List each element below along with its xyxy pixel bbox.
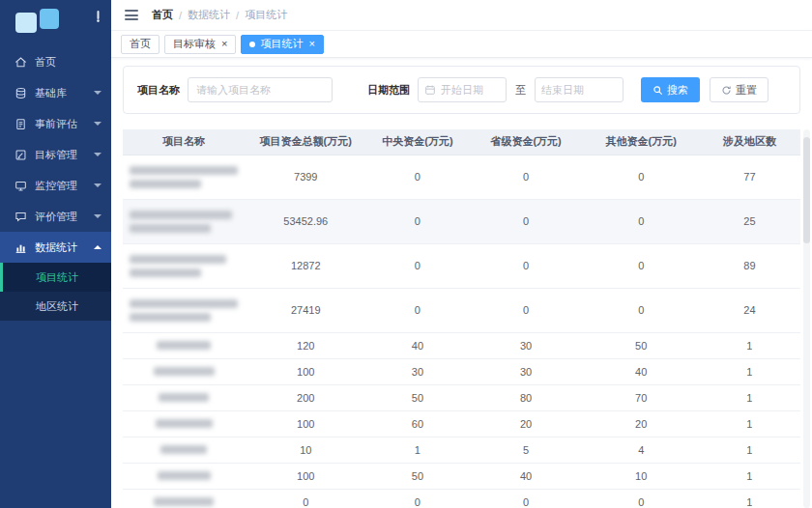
reset-button[interactable]: 重置 [710, 77, 768, 102]
redacted-project-name [124, 393, 244, 402]
cell-provincial-funds: 30 [468, 332, 583, 358]
close-icon[interactable]: × [221, 39, 227, 49]
redacted-text-bar [154, 367, 215, 376]
table-body: 73990007753452.9600025128720008927419000… [123, 155, 800, 508]
chevron-down-icon [94, 214, 102, 222]
project-name-input[interactable] [188, 77, 333, 102]
chevron-down-icon [94, 153, 102, 160]
cell-region-count: 1 [699, 384, 800, 410]
calendar-icon [424, 84, 436, 96]
sidebar-item-monitor-management[interactable]: 监控管理 [0, 170, 111, 201]
chevron-down-icon [94, 183, 102, 191]
cell-other-funds: 0 [584, 489, 699, 508]
cell-region-count: 1 [699, 358, 800, 384]
sidebar-item-pre-assessment[interactable]: 事前评估 [0, 108, 111, 139]
close-icon[interactable]: × [308, 39, 314, 49]
cell-central-funds: 0 [366, 155, 468, 199]
table-row[interactable]: 2741900024 [123, 288, 800, 332]
table-row[interactable]: 101541 [123, 437, 800, 463]
table-row[interactable]: 1005040101 [123, 463, 800, 489]
chart-icon [14, 240, 27, 254]
col-other-funds: 其他资金(万元) [584, 129, 699, 155]
table-row[interactable]: 739900077 [123, 155, 800, 199]
cell-project-name [123, 288, 245, 332]
start-date-placeholder: 开始日期 [441, 83, 483, 98]
redacted-project-name [124, 341, 244, 350]
redacted-text-bar [130, 255, 226, 264]
cell-total-funds: 12872 [245, 243, 366, 288]
scrollbar-thumb[interactable] [803, 137, 810, 243]
redacted-project-name [124, 419, 244, 428]
sidebar-item-label: 数据统计 [35, 240, 77, 255]
cell-central-funds: 60 [366, 410, 468, 437]
redacted-text-bar [130, 268, 201, 277]
cell-total-funds: 0 [245, 489, 366, 508]
breadcrumb-item[interactable]: 首页 [152, 8, 173, 22]
tab-home[interactable]: 首页 [121, 35, 160, 54]
redacted-text-bar [158, 471, 211, 480]
cell-project-name [123, 243, 245, 288]
refresh-icon [721, 85, 732, 96]
cell-project-name [123, 332, 245, 358]
cell-central-funds: 0 [366, 288, 468, 332]
table-row[interactable]: 1204030501 [123, 332, 800, 358]
sidebar-item-label: 基础库 [35, 86, 67, 100]
redacted-text-bar [159, 393, 209, 402]
start-date-input[interactable]: 开始日期 [418, 77, 507, 102]
redacted-project-name [124, 211, 244, 233]
cell-total-funds: 27419 [245, 288, 366, 332]
redacted-project-name [124, 367, 244, 376]
cell-other-funds: 4 [584, 437, 699, 463]
pin-icon[interactable] [94, 11, 102, 25]
menu-fold-icon[interactable] [123, 6, 140, 25]
sidebar-item-base-library[interactable]: 基础库 [0, 77, 111, 108]
cell-provincial-funds: 0 [468, 243, 583, 288]
breadcrumb-separator: / [179, 10, 182, 21]
tab-project-statistics[interactable]: 项目统计× [241, 35, 323, 54]
table-row[interactable]: 00001 [123, 489, 800, 508]
table-row[interactable]: 1003030401 [123, 358, 800, 384]
redacted-text-bar [130, 211, 232, 219]
redacted-project-name [124, 497, 244, 506]
end-date-input[interactable]: 结束日期 [535, 77, 624, 102]
tab-target-review[interactable]: 目标审核× [164, 35, 236, 54]
sidebar-item-target-management[interactable]: 目标管理 [0, 139, 111, 170]
cell-central-funds: 1 [366, 437, 468, 463]
col-central-funds: 中央资金(万元) [366, 129, 468, 155]
redacted-text-bar [157, 341, 211, 350]
sidebar-item-home[interactable]: 首页 [0, 46, 111, 77]
sidebar-item-evaluation-management[interactable]: 评价管理 [0, 201, 111, 232]
table-row[interactable]: 53452.9600025 [123, 199, 800, 243]
sidebar-item-label: 评价管理 [35, 210, 77, 224]
cell-provincial-funds: 0 [468, 199, 583, 243]
tabs-bar: 首页目标审核×项目统计× [111, 31, 812, 58]
cell-central-funds: 50 [366, 463, 468, 489]
table-row[interactable]: 1287200089 [123, 243, 800, 288]
active-tab-dot [249, 42, 255, 47]
table-row[interactable]: 2005080701 [123, 384, 800, 410]
end-date-placeholder: 结束日期 [541, 83, 584, 98]
cell-region-count: 1 [699, 437, 800, 463]
cell-provincial-funds: 80 [468, 384, 583, 410]
cell-provincial-funds: 0 [468, 489, 583, 508]
cell-region-count: 1 [699, 410, 800, 437]
cell-region-count: 77 [699, 155, 800, 199]
cell-project-name [123, 463, 245, 489]
cell-central-funds: 40 [366, 332, 468, 358]
sidebar-item-data-statistics[interactable]: 数据统计 [0, 232, 111, 263]
search-button[interactable]: 搜索 [641, 77, 700, 102]
search-button-label: 搜索 [667, 83, 688, 98]
cell-region-count: 25 [699, 199, 800, 243]
cell-other-funds: 0 [584, 199, 699, 243]
tab-label: 首页 [130, 37, 151, 51]
cell-total-funds: 100 [245, 410, 366, 437]
search-icon [652, 85, 663, 96]
table-row[interactable]: 1006020201 [123, 410, 800, 437]
date-range-label: 日期范围 [367, 83, 410, 98]
clipboard-icon [14, 117, 27, 130]
cell-central-funds: 0 [366, 243, 468, 288]
scrollbar[interactable] [803, 129, 810, 508]
sidebar-subitem-region-statistics[interactable]: 地区统计 [0, 292, 111, 321]
cell-project-name [123, 437, 245, 463]
sidebar-subitem-project-statistics[interactable]: 项目统计 [0, 263, 111, 292]
